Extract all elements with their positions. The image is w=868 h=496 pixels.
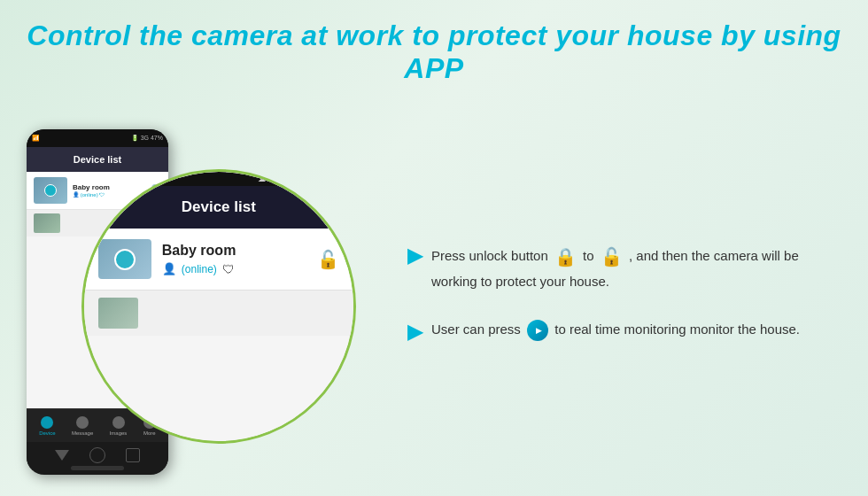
phone-home-bar	[27, 442, 168, 469]
device-list-item-2	[84, 291, 353, 336]
phone-speaker	[71, 466, 124, 470]
info-text-1: Press unlock button 🔒 to 🔓 , and then th…	[431, 243, 824, 292]
device-list-item-1[interactable]: Baby room 👤 (online) 🛡 🔓	[84, 229, 353, 291]
phone-device-name: Baby room	[73, 183, 143, 191]
nav-message-icon	[76, 416, 89, 429]
phone-screen-header: Device list	[27, 147, 168, 172]
home-button	[89, 447, 105, 463]
info-item-2: ▶ User can press to real time monitoring…	[407, 319, 824, 344]
device-status: 👤 (online) 🛡	[162, 262, 306, 276]
nav-images-icon	[112, 416, 125, 429]
phone-section: 📶 🔋 3G 47% Device list Baby room 👤 (onli…	[18, 120, 390, 492]
nav-item-images[interactable]: Images	[110, 416, 128, 436]
device-list-panel: ☁ ☏ ⚙ ✓ 3G 📶 🔋47 Device list Baby room 👤…	[84, 172, 353, 441]
shield-icon: 🛡	[222, 262, 235, 276]
info-text-2: User can press to real time monitoring m…	[431, 319, 800, 341]
phone-status-bar: 📶 🔋 3G 47%	[27, 129, 168, 147]
device-thumbnail	[98, 239, 151, 279]
phone-device-thumb	[34, 177, 67, 204]
phone-device-status: 👤 (online) 🛡	[73, 191, 143, 198]
play-button-inline	[527, 320, 548, 341]
device-info: Baby room 👤 (online) 🛡	[162, 243, 306, 276]
lock-closed-inline: 🔒	[554, 243, 577, 271]
recents-button	[126, 448, 140, 462]
info-item-1: ▶ Press unlock button 🔒 to 🔓 , and then …	[407, 243, 824, 292]
device-list-circle: ☁ ☏ ⚙ ✓ 3G 📶 🔋47 Device list Baby room 👤…	[81, 169, 356, 444]
info-section: ▶ Press unlock button 🔒 to 🔓 , and then …	[390, 243, 833, 370]
main-content: 📶 🔋 3G 47% Device list Baby room 👤 (onli…	[0, 94, 868, 496]
phone-device-info: Baby room 👤 (online) 🛡	[73, 183, 143, 198]
nav-item-device[interactable]: Device	[39, 416, 55, 436]
device-thumbnail-small	[98, 298, 138, 329]
arrow-icon-2: ▶	[407, 321, 422, 344]
phone-secondary-thumb	[34, 213, 60, 233]
nav-device-icon	[41, 416, 53, 429]
page-title: Control the camera at work to protect yo…	[0, 0, 868, 94]
device-name: Baby room	[162, 243, 306, 259]
nav-item-message[interactable]: Message	[72, 416, 93, 436]
arrow-icon-1: ▶	[407, 244, 422, 267]
user-icon: 👤	[162, 262, 176, 275]
lock-open-inline: 🔓	[601, 243, 623, 271]
lock-open-icon: 🔓	[317, 249, 339, 270]
back-button	[55, 450, 69, 461]
